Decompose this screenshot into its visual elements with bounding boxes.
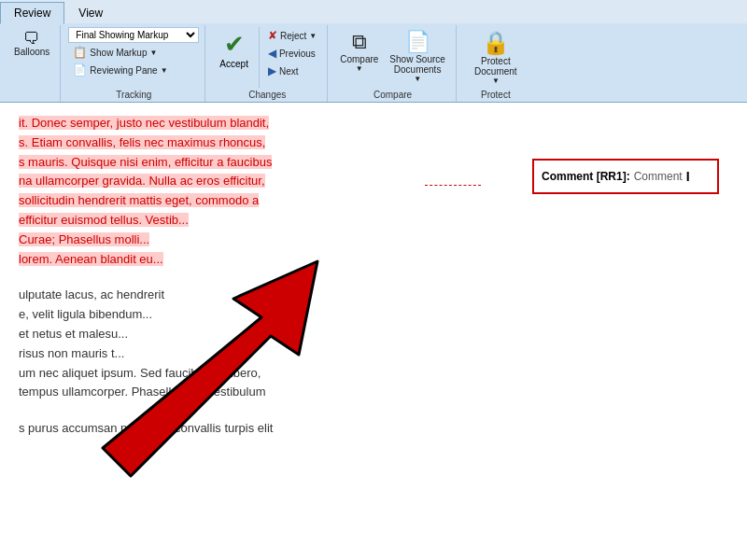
protect-icon: 🔒 [482,30,510,56]
divider [259,27,260,88]
tab-review[interactable]: Review [0,2,64,24]
protect-document-button[interactable]: 🔒 Protect Document ▼ [470,27,522,88]
comment-label: Comment [RR1]: [542,168,630,186]
group-changes: ✔ Accept ✘ Reject ▼ ◀ Previous [207,25,328,102]
group-compare: ⧉ Compare ▼ 📄 Show Source Documents ▼ Co… [330,25,457,102]
changes-label: Changes [248,90,286,102]
balloons-icon: 🗨 [23,30,40,47]
ribbon-tabs: Review View [0,0,747,23]
tab-view[interactable]: View [64,2,117,23]
show-markup-button[interactable]: 📋 Show Markup ▼ [68,44,199,61]
markup-dropdown-row: Final Showing Markup Final Original Show… [68,27,199,43]
reject-button[interactable]: ✘ Reject ▼ [263,27,321,44]
reviewing-pane-button[interactable]: 📄 Reviewing Pane ▼ [68,62,199,78]
comment-bubble: Comment [RR1]: Comment I [532,159,719,194]
ribbon: Review View 🗨 Balloons Final Showing Mar… [0,0,747,103]
document-content: it. Donec semper, justo nec vestibulum b… [0,103,747,504]
group-tracking: Final Showing Markup Final Original Show… [63,25,205,102]
group-balloons: 🗨 Balloons [4,25,61,102]
document-area: it. Donec semper, justo nec vestibulum b… [0,103,747,504]
comment-text: Comment [634,168,683,186]
ribbon-content: 🗨 Balloons Final Showing Markup Final Or… [0,23,747,102]
compare-label: Compare [374,90,412,102]
svg-marker-0 [103,261,317,476]
show-markup-icon: 📋 [73,46,87,59]
connector-line [425,185,481,186]
comment-cursor: I [686,166,690,187]
group-protect: 🔒 Protect Document ▼ Protect [458,25,533,102]
tracking-label: Tracking [116,90,151,102]
compare-button[interactable]: ⧉ Compare ▼ [335,27,383,76]
compare-icon: ⧉ [352,30,367,54]
protect-label: Protect [481,90,511,102]
show-source-button[interactable]: 📄 Show Source Documents ▼ [385,27,449,86]
accept-icon: ✔ [224,30,245,59]
markup-dropdown[interactable]: Final Showing Markup Final Original Show… [68,27,199,43]
show-source-icon: 📄 [405,30,430,54]
previous-icon: ◀ [268,47,276,60]
next-icon: ▶ [268,64,276,77]
balloons-button[interactable]: 🗨 Balloons [9,27,54,60]
next-button[interactable]: ▶ Next [263,63,321,79]
accept-button[interactable]: ✔ Accept [213,27,255,72]
arrow-overlay [75,224,374,485]
previous-button[interactable]: ◀ Previous [263,45,321,62]
reviewing-pane-icon: 📄 [73,63,87,77]
reject-icon: ✘ [268,29,277,42]
